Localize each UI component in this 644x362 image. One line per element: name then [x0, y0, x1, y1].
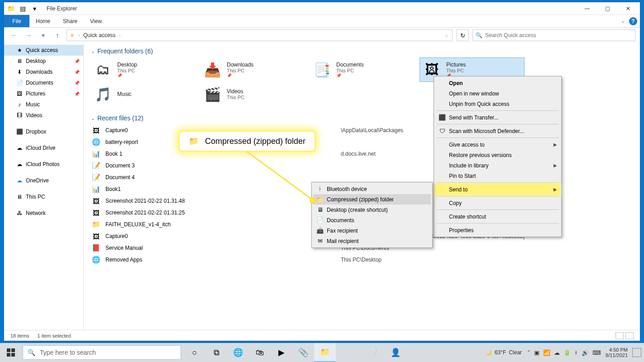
addr-dropdown-icon[interactable]: ⌄ — [445, 33, 448, 38]
file-name: Screenshot 2021-02-22 01.31.25 — [105, 210, 336, 216]
props-icon[interactable]: ▤ — [18, 4, 28, 14]
help-app-icon[interactable]: ❔ — [363, 343, 385, 362]
breadcrumb-quickaccess[interactable]: Quick access — [83, 32, 115, 38]
bluetooth-icon[interactable]: ᚼ — [574, 349, 578, 356]
folder-icon: 📥 — [202, 61, 222, 79]
status-item-count: 18 items — [10, 333, 29, 338]
up-button[interactable]: ↑ — [52, 30, 63, 41]
context-item[interactable]: Unpin from Quick access — [435, 99, 560, 109]
explorer-icon[interactable]: 📁 — [314, 343, 336, 362]
sendto-item[interactable]: 📠Fax recipient — [313, 225, 431, 236]
tab-share[interactable]: Share — [57, 15, 84, 27]
taskbar-search[interactable]: 🔍 Type here to search — [23, 345, 181, 360]
context-item[interactable]: Pin to Start — [435, 171, 560, 181]
app-icon[interactable]: ▶ — [271, 343, 292, 362]
sendto-item[interactable]: 📁Compressed (zipped) folder — [313, 194, 431, 205]
context-item[interactable]: Create shortcut — [435, 211, 560, 222]
sidebar-item-documents[interactable]: 📄 Documents 📌 — [4, 77, 83, 88]
store-icon[interactable]: 🛍 — [249, 343, 271, 362]
folder-tile-documents[interactable]: 📑 Documents This PC 📌 — [310, 57, 415, 82]
file-tab[interactable]: File — [4, 15, 29, 27]
sidebar-item-thispc[interactable]: 🖥 This PC — [4, 191, 83, 202]
recent-row[interactable]: 🌐Removed AppsThis PC\Desktop — [91, 254, 633, 266]
folder-sub: This PC — [446, 68, 466, 73]
start-button[interactable] — [0, 343, 22, 362]
sidebar-item-dropbox[interactable]: ⬛ Dropbox — [4, 126, 83, 137]
onedrive-tray-icon[interactable]: ☁ — [554, 349, 560, 356]
close-button[interactable]: ✕ — [618, 2, 638, 15]
view-details-button[interactable] — [615, 332, 624, 339]
people-icon[interactable]: 👤 — [385, 343, 406, 362]
sidebar-item-quickaccess[interactable]: ★ Quick access — [4, 45, 83, 56]
view-large-button[interactable] — [625, 332, 634, 339]
context-item[interactable]: Open — [435, 78, 560, 88]
context-label: Send with Transfer... — [449, 114, 498, 121]
sidebar-item-network[interactable]: 🖧 Network — [4, 208, 83, 219]
cortana-icon[interactable]: ○ — [184, 343, 205, 362]
taskbar-weather[interactable]: 🌙 63°F Clear — [485, 349, 522, 356]
frequent-header[interactable]: ⌄ Frequent folders (6) — [91, 48, 633, 55]
folder-name: Music — [117, 91, 131, 97]
volume-icon[interactable]: 🔊 — [582, 349, 589, 356]
sidebar-item-videos[interactable]: 🎞 Videos — [4, 110, 83, 121]
videos-icon: 🎞 — [16, 112, 23, 119]
context-item[interactable]: Copy — [435, 198, 560, 208]
tab-home[interactable]: Home — [29, 15, 57, 27]
sidebar-item-desktop[interactable]: 🖥 Desktop 📌 — [4, 56, 83, 67]
ribbon-expand-icon[interactable]: ⌄ — [621, 19, 625, 24]
maximize-button[interactable]: ▢ — [597, 2, 618, 15]
tab-view[interactable]: View — [84, 15, 108, 27]
chevron-right-icon[interactable]: › — [119, 33, 120, 38]
search-input[interactable] — [485, 32, 632, 38]
sendto-item[interactable]: 🖥Desktop (create shortcut) — [313, 205, 431, 215]
office-icon[interactable]: 📎 — [292, 343, 314, 362]
file-name: Book1 — [105, 186, 336, 192]
tray-overflow-icon[interactable]: ˄ — [527, 349, 530, 356]
context-item[interactable]: Open in new window — [435, 88, 560, 99]
taskbar-search-placeholder: Type here to search — [40, 349, 96, 356]
address-box[interactable]: ★ › Quick access › ⌄ — [67, 29, 453, 41]
folder-tile-downloads[interactable]: 📥 Downloads This PC 📌 — [200, 57, 305, 82]
sidebar-item-onedrive[interactable]: ☁ OneDrive — [4, 175, 83, 186]
recent-dropdown-icon[interactable]: ▾ — [38, 30, 48, 41]
sidebar-item-downloads[interactable]: ⬇ Downloads 📌 — [4, 67, 83, 77]
refresh-button[interactable]: ↻ — [456, 29, 469, 41]
context-item[interactable]: Properties — [435, 225, 560, 235]
help-icon[interactable]: ? — [629, 17, 637, 25]
search-box[interactable]: 🔍 — [472, 29, 635, 41]
taskbar-clock[interactable]: 4:50 PM 8/11/2021 — [603, 347, 630, 358]
notifications-button[interactable] — [632, 348, 641, 357]
context-item[interactable]: Give access to▶ — [435, 139, 560, 150]
context-item[interactable]: Include in library▶ — [435, 160, 560, 171]
sendto-item[interactable]: 📄Documents — [313, 215, 431, 225]
wifi-icon[interactable]: 📶 — [543, 349, 550, 356]
sendto-item[interactable]: ᚼBluetooth device — [313, 184, 431, 194]
sidebar-item-icloudphotos[interactable]: ☁ iCloud Photos — [4, 159, 83, 170]
context-item[interactable]: ⬛Send with Transfer... — [435, 112, 560, 123]
back-button[interactable]: ← — [9, 30, 19, 41]
sidebar-item-iclouddrive[interactable]: ☁ iCloud Drive — [4, 143, 83, 153]
taskview-icon[interactable]: ⧉ — [205, 343, 227, 362]
context-icon: ⬛ — [438, 114, 446, 121]
sendto-item[interactable]: ✉Mail recipient — [313, 236, 431, 246]
file-icon: 🌐 — [91, 256, 101, 264]
minimize-button[interactable]: — — [577, 2, 597, 15]
battery-icon[interactable]: 🔋 — [563, 349, 571, 356]
sidebar-item-pictures[interactable]: 🖼 Pictures 📌 — [4, 88, 83, 99]
folder-tile-music[interactable]: 🎵 Music — [91, 82, 196, 106]
file-icon: 📝 — [91, 173, 101, 181]
tray-app-icon[interactable]: ▣ — [534, 349, 539, 356]
chevron-right-icon[interactable]: › — [78, 33, 80, 38]
folder-tile-videos[interactable]: 🎬 Videos This PC — [200, 82, 305, 106]
lang-icon[interactable]: ⌨ — [592, 349, 601, 356]
context-item[interactable]: Restore previous versions — [435, 150, 560, 160]
address-bar: ← → ▾ ↑ ★ › Quick access › ⌄ ↻ 🔍 — [4, 28, 640, 43]
sidebar-item-music[interactable]: ♪ Music — [4, 99, 83, 110]
edge-icon[interactable]: 🌐 — [227, 343, 249, 362]
folder-tile-desktop[interactable]: 🗂 Desktop This PC 📌 — [91, 57, 196, 82]
context-item[interactable]: 🛡Scan with Microsoft Defender... — [435, 126, 560, 136]
qat-dropdown-icon[interactable]: ▾ — [29, 4, 39, 14]
chevron-right-icon: ▶ — [553, 187, 557, 192]
sendto-label: Mail recipient — [327, 238, 359, 244]
context-item[interactable]: Send to▶ — [435, 184, 560, 195]
